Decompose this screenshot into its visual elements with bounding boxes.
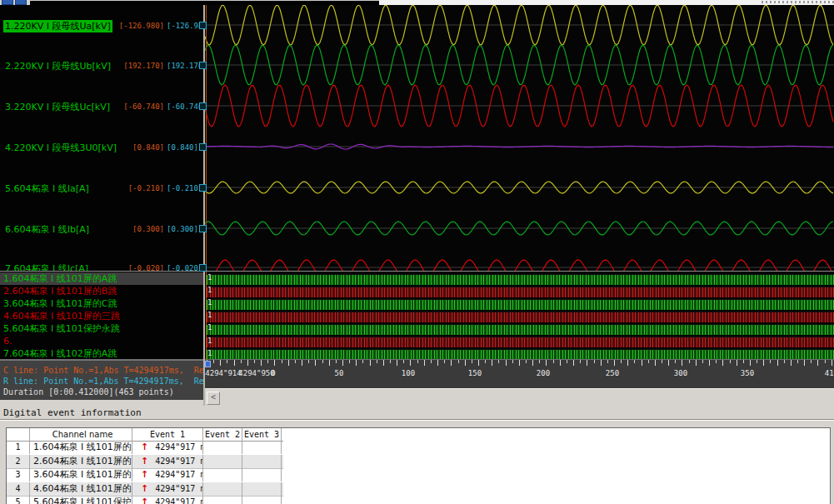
event-table-header-cell: Event 2	[203, 428, 242, 442]
time-axis-label: 250	[606, 369, 619, 377]
event-1-cell: ↑4294"917 ms	[132, 496, 203, 504]
digital-state-value: 1	[207, 323, 212, 332]
digital-channel-list: 1.604柘泉 I 线101屏的A跳2.604柘泉 I 线101屏的B跳3.60…	[0, 272, 203, 360]
event-table-row[interactable]: 33.604柘泉 I 线101屏的C跳↑4294"917 ms	[7, 468, 283, 482]
event-row-number: 1	[7, 441, 30, 454]
digital-channel-row[interactable]: 1.604柘泉 I 线101屏的A跳	[0, 272, 203, 285]
analog-channel-row[interactable]: 3.220KV I 段母线Uc[kV][-60.740][-60.740]	[0, 99, 203, 112]
digital-channel-row[interactable]: 5.604柘泉 I 线101保护永跳	[0, 322, 203, 335]
analog-channel-row[interactable]: 5.604柘泉 I 线Ia[A][-0.210][-0.210]	[0, 181, 203, 194]
window-edge	[30, 0, 379, 1]
event-channel-name: 5.604柘泉 I 线101保护永跳	[30, 496, 132, 504]
analog-value-instant: [-126.980]	[115, 20, 164, 32]
time-axis-label: 200	[537, 369, 550, 377]
scroll-left-button[interactable]: <	[207, 392, 220, 405]
event-2-cell	[203, 441, 242, 454]
c-line-status: C line: Point No.=1,Abs T=4294917ms, Rel…	[3, 366, 203, 375]
horizontal-scrollbar[interactable]: <	[205, 388, 834, 407]
event-table-row[interactable]: 55.604柘泉 I 线101保护永跳↑4294"917 ms	[7, 496, 283, 504]
digital-state-value: 1	[207, 286, 212, 294]
time-axis-label: 4294"914	[205, 369, 241, 377]
axis-major-ticks	[207, 360, 834, 366]
time-axis-label: 150	[468, 369, 482, 377]
digital-signal-bar	[207, 312, 834, 322]
analog-channel-row[interactable]: 4.220KV I 段母线3U0[kV][0.840][0.840]	[0, 140, 203, 153]
event-1-cell: ↑4294"917 ms	[132, 441, 203, 454]
analog-channel-row[interactable]: 2.220KV I 段母线Ub[kV][192.170][192.170]	[0, 58, 203, 72]
event-table-header-cell	[7, 428, 30, 442]
event-3-cell	[242, 482, 282, 496]
time-axis-label: 0	[271, 369, 275, 377]
time-axis-label: 410	[825, 369, 834, 377]
event-row-number: 5	[7, 496, 30, 504]
digital-state-value: 1	[207, 349, 212, 357]
time-axis-label: 4294"950	[238, 369, 274, 377]
digital-state-value: 1	[207, 311, 212, 319]
waveform-analyzer-window: 1.220KV I 段母线Ua[kV][-126.980][-126.980]2…	[0, 0, 834, 504]
event-row-number: 2	[7, 455, 30, 468]
event-channel-name: 2.604柘泉 I 线101屏的B跳	[30, 455, 132, 468]
digital-signal-bar	[207, 299, 834, 310]
cursor-position-marker[interactable]	[205, 361, 211, 367]
time-axis-label: 350	[741, 369, 754, 377]
event-time: 4294"917 ms	[155, 484, 203, 493]
analog-channel-label: 2.220KV I 段母线Ub[kV]	[3, 60, 112, 72]
channel-zero-marker[interactable]	[199, 62, 207, 69]
analog-channel-label: 1.220KV I 段母线Ua[kV]	[3, 20, 112, 32]
channel-zero-marker[interactable]	[199, 102, 207, 110]
event-table-header-cell: Event 1	[132, 428, 203, 442]
digital-state-value: 1	[207, 337, 212, 345]
analog-channel-row[interactable]: 6.604柘泉 I 线Ib[A][0.300][0.300]	[0, 222, 203, 235]
analog-channel-label: 4.220KV I 段母线3U0[kV]	[3, 142, 118, 154]
rising-edge-arrow-icon: ↑	[141, 497, 148, 504]
channel-zero-marker[interactable]	[199, 143, 207, 151]
analog-value-instant: [192.170]	[115, 60, 164, 72]
channel-zero-marker[interactable]	[199, 264, 207, 272]
digital-event-panel: Digital event information Channel nameEv…	[0, 406, 834, 504]
digital-channel-row[interactable]: 7.604柘泉 I 线102屏的A跳	[0, 347, 203, 360]
event-3-cell	[242, 441, 282, 454]
time-axis: 4294"9144294"950050100150200250300350410	[205, 360, 834, 388]
digital-channel-row[interactable]: 6.	[0, 335, 203, 347]
time-axis-label: 50	[335, 369, 344, 377]
digital-channel-row[interactable]: 2.604柘泉 I 线101屏的B跳	[0, 285, 203, 297]
event-channel-name: 4.604柘泉 I 线101屏的三跳	[30, 482, 132, 496]
analog-value-cursor: [-60.740]	[167, 101, 203, 113]
event-table-row[interactable]: 11.604柘泉 I 线101屏的A跳↑4294"917 ms	[7, 441, 283, 454]
digital-signal-bar	[207, 287, 834, 297]
digital-trace-area[interactable]: 1111111	[205, 272, 834, 360]
cursor-line[interactable]	[206, 5, 207, 360]
event-table-row[interactable]: 44.604柘泉 I 线101屏的三跳↑4294"917 ms	[7, 482, 283, 496]
analog-channel-list: 1.220KV I 段母线Ua[kV][-126.980][-126.980]2…	[0, 5, 203, 272]
analog-value-instant: [0.300]	[115, 223, 164, 236]
digital-signal-bar	[207, 324, 834, 335]
rising-edge-arrow-icon: ↑	[141, 456, 148, 467]
event-channel-name: 1.604柘泉 I 线101屏的A跳	[30, 441, 132, 454]
event-row-number: 4	[7, 482, 30, 496]
channel-zero-marker[interactable]	[199, 184, 207, 192]
channel-zero-marker[interactable]	[199, 225, 207, 232]
event-channel-name: 3.604柘泉 I 线101屏的C跳	[30, 468, 132, 482]
duration-status: Duration [0:00.412000](463 points)	[3, 387, 203, 397]
event-2-cell	[203, 455, 242, 468]
analog-channel-row[interactable]: 1.220KV I 段母线Ua[kV][-126.980][-126.980]	[0, 18, 203, 32]
rising-edge-arrow-icon: ↑	[141, 483, 148, 494]
panel-filler	[0, 400, 203, 406]
event-table-header-cell: Event 3	[242, 428, 282, 442]
digital-event-title: Digital event information	[3, 407, 142, 418]
event-3-cell	[242, 496, 282, 504]
digital-state-value: 1	[207, 298, 212, 307]
waveform-plot-area[interactable]	[205, 5, 834, 272]
event-table-row[interactable]: 22.604柘泉 I 线101屏的B跳↑4294"917 ms	[7, 455, 283, 468]
analog-value-instant: [0.840]	[115, 142, 164, 154]
digital-channel-row[interactable]: 3.604柘泉 I 线101屏的C跳	[0, 297, 203, 310]
digital-channel-row[interactable]: 4.604柘泉 I 线101屏的三跳	[0, 310, 203, 322]
channel-zero-marker[interactable]	[199, 22, 207, 29]
event-2-cell	[203, 482, 242, 496]
clipped-title-text	[762, 1, 834, 3]
analog-value-cursor: [-126.980]	[167, 20, 203, 32]
rising-edge-arrow-icon: ↑	[141, 469, 148, 480]
event-3-cell	[242, 455, 282, 468]
analog-channel-label: 3.220KV I 段母线Uc[kV]	[3, 101, 112, 113]
r-line-status: R line: Point No.=1,Abs T=4294917ms, Rel…	[3, 377, 203, 386]
